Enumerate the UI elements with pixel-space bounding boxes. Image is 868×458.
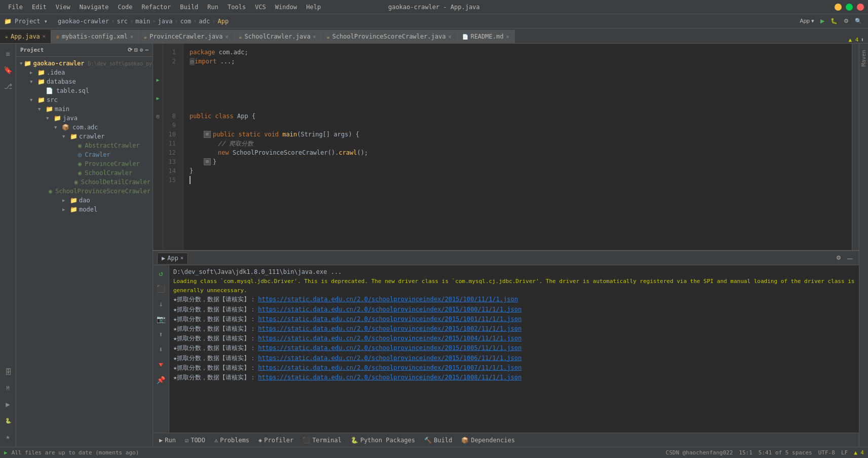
favorites-icon[interactable]: ★ [2,431,14,443]
menu-code[interactable]: Code [114,3,137,12]
log-url-4[interactable]: https://static.data.edu.cn/2.0/schoolpro… [258,334,521,343]
tab-province-crawler[interactable]: ☕ ProvinceCrawler.java × [139,30,234,43]
toolbar-debug-button[interactable]: 🐛 [828,17,840,25]
bottom-tab-todo[interactable]: ☑ TODO [181,435,209,446]
breadcrumb-item-5[interactable]: adc [199,18,210,25]
run-up-icon[interactable]: ⬆ [155,328,167,340]
toolbar-settings[interactable]: ⚙ [842,17,851,25]
menu-tools[interactable]: Tools [223,3,250,12]
sidebar-sync-icon[interactable]: ⟳ [128,47,132,53]
menu-file[interactable]: File [4,3,27,12]
menu-help[interactable]: Help [302,3,325,12]
menu-view[interactable]: View [52,3,74,12]
run-status-icon[interactable]: ▶ [4,449,8,456]
status-linesep[interactable]: LF [841,449,848,456]
screenshot-icon[interactable]: 📷 [155,313,167,325]
sidebar-collapse-icon[interactable]: ⊟ [134,47,138,53]
tab-close-app[interactable]: × [43,33,46,39]
python-icon[interactable]: 🐍 [2,414,14,427]
tree-item-model[interactable]: ▶ 📁 model [16,205,153,214]
log-url-1[interactable]: https://static.data.edu.cn/2.0/schoolpro… [258,305,521,314]
tab-close-readme[interactable]: × [506,34,509,40]
scroll-to-end-icon[interactable]: ↓ [155,298,167,310]
tree-item-main[interactable]: ▼ 📁 main [16,104,153,114]
menu-build[interactable]: Build [176,3,202,12]
maven-side-btn[interactable]: Maven [859,46,868,71]
run-pin-icon[interactable]: 📌 [155,374,167,386]
menu-run[interactable]: Run [203,3,222,12]
run-gutter-10[interactable]: ▶ [153,93,163,102]
tree-item-root[interactable]: ▼ 📁 gaokao-crawler D:\dev_soft\gaokao_py… [16,59,153,68]
run-dashboard-icon[interactable]: ▶ [2,398,14,410]
status-warnings[interactable]: ▲ 4 [854,449,864,456]
tree-item-provincecrawler[interactable]: ◉ ProvinceCrawler [16,159,153,168]
expand-editor[interactable]: ⬆ [860,37,864,43]
sidebar-settings-icon[interactable]: ⚙ [140,47,143,53]
panel-tab-run[interactable]: ▶ App × [157,253,188,264]
breadcrumb-item-3[interactable]: java [158,18,172,25]
tree-item-crawler[interactable]: ▼ 📁 crawler [16,132,153,141]
fold-marker-13[interactable]: ⊟ [204,158,211,165]
maximize-button[interactable]: □ [846,4,853,11]
log-url-3[interactable]: https://static.data.edu.cn/2.0/schoolpro… [258,324,521,334]
tree-item-schoolprovincescorecrawler[interactable]: ◉ SchoolProvinceScoreCrawler [16,187,153,196]
tab-close-province[interactable]: × [225,34,229,40]
run-output[interactable]: D:\dev_soft\Java\jdk1.8.0_111\bin\java.e… [169,265,859,433]
fold-marker-2[interactable]: ⊟ [190,58,195,65]
tree-item-dao[interactable]: ▶ 📁 dao [16,196,153,205]
structure-icon[interactable]: ≡ [2,48,14,60]
fold-gutter-12[interactable]: ⊟ [156,114,159,119]
tree-item-database[interactable]: ▼ 📁 database [16,77,153,86]
run-down-icon[interactable]: ⬇ [155,343,167,356]
menu-refactor[interactable]: Refactor [137,3,175,12]
tree-item-comadc[interactable]: ▼ 📦 com.adc [16,123,153,132]
run-gutter-icon-8[interactable]: ▶ [156,77,159,83]
tab-readme[interactable]: 📄 README.md × [457,30,515,43]
tab-app-java[interactable]: ☕ App.java × [0,30,51,43]
warning-count[interactable]: ▲ 4 [849,37,859,43]
log-url-7[interactable]: https://static.data.edu.cn/2.0/schoolpro… [258,363,521,373]
breadcrumb-project[interactable]: Project ▾ [15,18,48,25]
bottom-tab-terminal[interactable]: ⬛ Terminal [298,435,346,446]
menu-window[interactable]: Window [271,3,301,12]
log-url-2[interactable]: https://static.data.edu.cn/2.0/schoolpro… [258,314,521,324]
tab-close-mybatis[interactable]: × [130,34,133,40]
tab-close-school-province[interactable]: × [448,34,451,40]
tab-school-crawler[interactable]: ☕ SchoolCrawler.java × [234,30,322,43]
bookmark-icon[interactable]: 🔖 [2,64,14,76]
toolbar-search[interactable]: 🔍 [853,17,864,25]
menu-vcs[interactable]: VCS [251,3,270,12]
panel-settings-btn[interactable]: ⚙ [834,254,843,262]
database-icon[interactable]: 🗄 [2,366,14,378]
status-position[interactable]: 15:1 [739,449,752,456]
bottom-tab-problems[interactable]: ⚠ Problems [210,435,253,446]
run-stop-icon[interactable]: ⬛ [155,283,167,295]
tree-item-tablesql[interactable]: 📄 table.sql [16,86,153,95]
tab-school-province-score[interactable]: ☕ SchoolProvinceScoreCrawler.java × [322,30,457,43]
tab-mybatis-xml[interactable]: ⊗ mybatis-config.xml × [51,30,139,43]
maven-icon[interactable]: M [2,382,14,394]
toolbar-run-button[interactable]: ▶ [818,17,826,25]
panel-minimize-btn[interactable]: — [845,254,855,262]
git-icon[interactable]: ⎇ [2,80,14,92]
log-url-5[interactable]: https://static.data.edu.cn/2.0/schoolpro… [258,343,521,353]
tree-item-java[interactable]: ▼ 📁 java [16,114,153,123]
tree-item-crawlerinterface[interactable]: ◎ Crawler [16,150,153,159]
tab-close-school[interactable]: × [313,34,316,40]
bottom-tab-profiler[interactable]: ◈ Profiler [254,435,297,446]
run-restart-icon[interactable]: ↺ [155,267,167,279]
log-url-0[interactable]: https://static.data.edu.cn/2.0/schoolpro… [258,295,518,304]
tree-item-src[interactable]: ▼ 📁 src [16,95,153,104]
run-tab-close[interactable]: × [180,255,183,261]
breadcrumb-item-2[interactable]: main [135,18,150,25]
breadcrumb-item-0[interactable]: gaokao-crawler [58,18,109,25]
status-encoding[interactable]: UTF-8 [818,449,835,456]
toolbar-run-config[interactable]: App ▾ [798,17,816,25]
tree-item-schoolcrawler[interactable]: ◉ SchoolCrawler [16,168,153,178]
tree-item-abstractcrawler[interactable]: ◉ AbstractCrawler [16,141,153,150]
menu-edit[interactable]: Edit [28,3,51,12]
breadcrumb-item-1[interactable]: src [117,18,128,25]
run-gutter-icon-10[interactable]: ▶ [156,95,159,101]
bottom-tab-build[interactable]: 🔨 Build [420,435,456,446]
bottom-tab-python[interactable]: 🐍 Python Packages [347,435,419,446]
